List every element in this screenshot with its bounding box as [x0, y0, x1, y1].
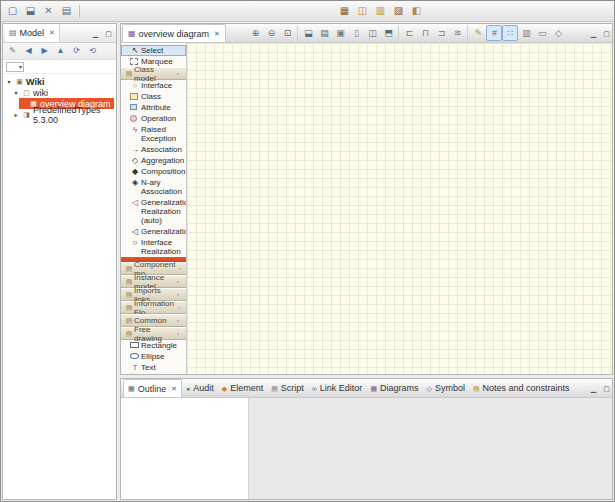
close-icon[interactable]: ✕	[214, 30, 220, 38]
palette-item-icon: ◆	[129, 167, 141, 176]
close-icon[interactable]: ✕	[171, 385, 177, 393]
element-create-icon[interactable]: ◧	[408, 3, 425, 20]
minimize-icon[interactable]: ▁	[588, 28, 599, 39]
close-icon[interactable]: ✕	[49, 29, 55, 37]
palette-item-association[interactable]: → Association	[121, 144, 186, 155]
save-icon[interactable]: ⬓	[22, 3, 39, 20]
palette-item-ellipse[interactable]: Ellipse	[121, 351, 186, 362]
link-with-editor-icon[interactable]: ⟲	[85, 44, 100, 58]
print-icon[interactable]: ▤	[58, 3, 75, 20]
auto-size-icon[interactable]: ⬒	[380, 25, 396, 41]
tab-notes-constraints[interactable]: ▤ Notes and constraints ✕	[469, 379, 574, 397]
delete-icon[interactable]: ✕	[40, 3, 57, 20]
palette-item-attribute[interactable]: Attribute	[121, 102, 186, 113]
palette-item-label: Rectangle	[141, 341, 185, 350]
tab-outline[interactable]: ▦ Outline ✕	[123, 379, 182, 397]
palette-item-icon: ◁	[129, 227, 141, 236]
wizard-icon[interactable]: ◫	[354, 3, 371, 20]
tab-element[interactable]: ◆ Element ✕	[218, 379, 267, 397]
zoom-out-icon[interactable]: ⊖	[263, 25, 279, 41]
tree-item-wiki-project[interactable]: ▾ ▣ Wiki	[3, 76, 116, 87]
pattern-icon[interactable]: ▥	[372, 3, 389, 20]
navigate-back-icon[interactable]: ◀	[21, 44, 36, 58]
main-toolbar: ▢ ⬓ ✕ ▤ ▦ ◫ ▥ ▨ ◧	[1, 1, 614, 22]
tab-script[interactable]: ▤ Script ✕	[267, 379, 308, 397]
navigate-forward-icon[interactable]: ▶	[37, 44, 52, 58]
show-rulers-icon[interactable]: ▥	[518, 25, 534, 41]
maximize-icon[interactable]: ▢	[601, 28, 612, 39]
align-left-icon[interactable]: ⊏	[401, 25, 417, 41]
tab-label: Notes and constraints	[483, 383, 570, 393]
smart-link-icon[interactable]: ◇	[550, 25, 566, 41]
palette-item-interface-realization[interactable]: ○ Interface Realization	[121, 237, 186, 257]
drawer-pin-icon[interactable]: ◦	[173, 291, 183, 298]
drawer-pin-icon[interactable]: ◦	[173, 330, 183, 337]
diagram-canvas[interactable]	[187, 43, 612, 374]
palette-item-generalization-realization-auto[interactable]: ◁ Generalizatio... Realization (auto)	[121, 197, 186, 226]
navigate-up-icon[interactable]: ▲	[53, 44, 68, 58]
palette-item-interface[interactable]: ○ Interface	[121, 80, 186, 91]
distribute-icon[interactable]: ≋	[449, 25, 465, 41]
expand-toggle-icon[interactable]: ▸	[12, 111, 20, 118]
align-right-icon[interactable]: ⊐	[433, 25, 449, 41]
diagram-toolbar: ⊕ ⊖ ⊡ ⬓ ▤	[245, 24, 568, 42]
tab-icon: ▦	[370, 385, 377, 392]
palette-item-nary-association[interactable]: ◈ N-ary Association	[121, 177, 186, 197]
save-diagram-icon[interactable]: ⬓	[300, 25, 316, 41]
tree-item-wiki-package[interactable]: ▾ ▢ wiki	[3, 87, 116, 98]
maximize-icon[interactable]: ▢	[601, 383, 612, 394]
tab-link-editor[interactable]: ∞ Link Editor ✕	[308, 379, 367, 397]
palette-item-operation[interactable]: Operation	[121, 113, 186, 124]
tab-audit[interactable]: ● Audit ✕	[182, 379, 218, 397]
tab-model[interactable]: ▤ Model ✕	[5, 24, 60, 42]
palette-drawer-class-model[interactable]: ▤ Class model ◦	[121, 67, 186, 80]
palette-drawer-free-drawing[interactable]: ▤ Free drawing ◦	[121, 327, 186, 340]
edit-properties-icon[interactable]: ✎	[5, 44, 20, 58]
palette-tool-select[interactable]: ↖ Select	[121, 45, 186, 56]
page-setup-icon[interactable]: ▯	[348, 25, 364, 41]
new-icon[interactable]: ▢	[4, 3, 21, 20]
drawer-pin-icon[interactable]: ◦	[173, 317, 183, 324]
palette-item-rectangle[interactable]: Rectangle	[121, 340, 186, 351]
palette-item-class[interactable]: Class	[121, 91, 186, 102]
tab-label: Model	[20, 28, 45, 38]
palette-item-aggregation[interactable]: ◇ Aggregation	[121, 155, 186, 166]
palette-item-line[interactable]: ╲ Line	[121, 373, 186, 374]
copy-image-icon[interactable]: ▣	[332, 25, 348, 41]
page-bounds-icon[interactable]: ▭	[534, 25, 550, 41]
palette-item-generalization[interactable]: ◁ Generalization	[121, 226, 186, 237]
maximize-icon[interactable]: ▢	[103, 28, 114, 39]
tab-diagrams[interactable]: ▦ Diagrams ✕	[366, 379, 422, 397]
drawer-pin-icon[interactable]: ◦	[174, 304, 184, 311]
drawer-pin-icon[interactable]: ◦	[173, 70, 183, 77]
palette-item-composition[interactable]: ◆ Composition	[121, 166, 186, 177]
drawer-pin-icon[interactable]: ◦	[173, 278, 183, 285]
tree-item-predefined-types[interactable]: ▸ ◨ PredefinedTypes 5.3.00	[3, 109, 116, 120]
toolbar-button-glyph: ✎	[475, 29, 483, 38]
diagram-create-icon[interactable]: ▨	[390, 3, 407, 20]
tab-overview-diagram[interactable]: ▦ overview diagram ✕	[122, 24, 226, 42]
zoom-in-icon[interactable]: ⊕	[247, 25, 263, 41]
modules-catalog-icon[interactable]: ▦	[336, 3, 353, 20]
palette-item-icon	[130, 93, 138, 100]
tab-symbol[interactable]: ◇ Symbol ✕	[423, 379, 469, 397]
zoom-fit-icon[interactable]: ⊡	[279, 25, 295, 41]
refresh-icon[interactable]: ⟳	[69, 44, 84, 58]
expand-toggle-icon[interactable]: ▾	[5, 78, 13, 85]
palette-item-text[interactable]: T Text	[121, 362, 186, 373]
drawer-pin-icon[interactable]: ◦	[175, 265, 185, 272]
tree-filter-dropdown[interactable]: ▾	[6, 62, 24, 72]
align-top-icon[interactable]: ⊓	[417, 25, 433, 41]
palette-drawer-information-flows[interactable]: ▤ Information Flo... ◦	[121, 301, 186, 314]
minimize-icon[interactable]: ▁	[588, 383, 599, 394]
tree-node-icon: ◨	[22, 111, 31, 119]
show-grid-icon[interactable]: #	[486, 25, 502, 41]
palette-item-raised-exception[interactable]: ϟ Raised Exception	[121, 124, 186, 144]
print-diagram-icon[interactable]: ▤	[316, 25, 332, 41]
expand-toggle-icon[interactable]: ▾	[12, 89, 20, 96]
snap-to-grid-icon[interactable]: ∷	[502, 25, 518, 41]
minimize-icon[interactable]: ▁	[90, 28, 101, 39]
palette-item-label: Class	[141, 92, 185, 101]
edit-style-icon[interactable]: ✎	[470, 25, 486, 41]
fit-to-window-icon[interactable]: ◫	[364, 25, 380, 41]
